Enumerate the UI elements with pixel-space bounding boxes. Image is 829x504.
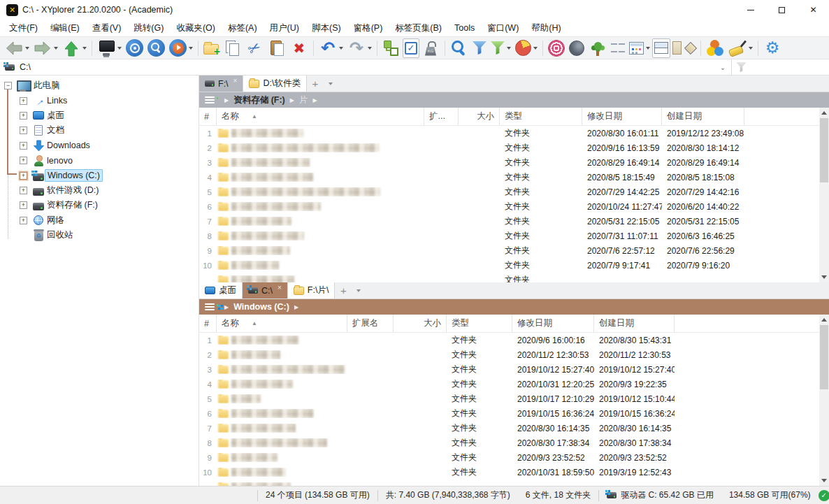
monitor-button[interactable] [95, 38, 124, 58]
diamond-button[interactable] [684, 38, 698, 58]
hotlist-circle-button[interactable] [124, 38, 145, 58]
tree-item-回收站[interactable]: 回收站 [0, 228, 199, 243]
tree-expander-icon[interactable]: + [20, 112, 27, 120]
tab-close-icon[interactable]: × [277, 282, 282, 291]
tree-item-Windows-C-[interactable]: +Windows (C:) [0, 168, 199, 182]
dropdown-arrow-icon[interactable] [507, 47, 511, 50]
dropdown-arrow-icon[interactable] [54, 47, 58, 50]
tab-D-软件类[interactable]: D:\软件类 [243, 75, 306, 92]
tree-item-Links[interactable]: +→Links [0, 93, 199, 108]
file-row[interactable]: 6文件夹2019/10/15 16:36:242019/10/15 16:36:… [199, 406, 829, 421]
address-dropdown-icon[interactable]: ⌄ [714, 64, 731, 71]
tree-view-button[interactable] [380, 38, 403, 58]
delete-button[interactable]: ✖ [288, 38, 310, 58]
tree-item-网络[interactable]: +网络 [0, 213, 199, 228]
menu-item-2[interactable]: 编辑(E) [44, 20, 86, 36]
column-header-5[interactable]: 类型 [447, 315, 512, 332]
dropdown-arrow-icon[interactable] [189, 47, 193, 50]
menu-icon[interactable] [205, 303, 215, 310]
tree-expander-icon[interactable]: + [20, 187, 27, 194]
tree-item-label[interactable]: lenovo [45, 155, 75, 166]
file-row[interactable]: 2文件夹2020/11/2 12:30:532020/11/2 12:30:53 [199, 347, 829, 362]
checkbox-button[interactable] [403, 38, 419, 58]
tree-item-label[interactable]: 此电脑 [31, 79, 62, 92]
maximize-button[interactable] [766, 0, 798, 20]
status-ok-icon[interactable]: ✓ [819, 490, 829, 501]
dropdown-arrow-icon[interactable] [25, 47, 29, 50]
column-header-3[interactable]: 扩... [424, 108, 459, 125]
tree-expander-icon[interactable]: − [4, 82, 12, 89]
tree-item-label[interactable]: 桌面 [45, 109, 66, 122]
tree-item-label[interactable]: Links [45, 95, 69, 106]
file-row[interactable] [199, 480, 829, 486]
file-row[interactable]: 2文件夹2020/9/16 16:13:592020/8/30 18:14:12 [199, 141, 829, 155]
file-row[interactable]: 8文件夹2020/8/30 17:38:342020/8/30 17:38:34 [199, 435, 829, 450]
menu-item-12[interactable]: 窗口(W) [481, 20, 525, 36]
gear-button[interactable]: ⚙ [761, 38, 784, 58]
filter-green-button[interactable] [489, 38, 513, 58]
tab-label[interactable]: F:\片\ [308, 285, 329, 296]
scroll-down-icon[interactable] [819, 475, 829, 486]
address-bar[interactable]: C:\ ⌄ [0, 59, 829, 75]
file-row[interactable]: 10文件夹2020/7/9 9:17:412020/7/9 9:16:20 [199, 258, 829, 273]
dropdown-arrow-icon[interactable] [339, 47, 343, 50]
scroll-up-icon[interactable] [819, 315, 829, 325]
breadcrumb-segment[interactable]: 资料存储 (F:) [233, 94, 285, 106]
column-header-3[interactable]: 扩展名 [347, 315, 394, 332]
scroll-track[interactable] [819, 118, 829, 272]
close-button[interactable]: ✕ [798, 0, 829, 20]
file-row[interactable]: 7文件夹2020/8/30 16:14:352020/8/30 16:14:35 [199, 421, 829, 435]
file-row[interactable]: 3文件夹2019/10/12 15:27:402019/10/12 15:27:… [199, 362, 829, 377]
tree-button[interactable] [586, 38, 609, 58]
menu-item-13[interactable]: 帮助(H) [525, 20, 567, 36]
tab-list-dropdown[interactable] [324, 75, 338, 92]
column-header-6[interactable]: 修改日期 [512, 315, 594, 332]
search-button[interactable] [448, 38, 470, 58]
tree-item-label[interactable]: 文档 [45, 124, 66, 137]
tree-expander-icon[interactable]: + [20, 142, 27, 150]
back-arrow-button[interactable] [3, 38, 31, 58]
redo-button[interactable]: ↷ [345, 38, 374, 58]
column-header-2[interactable]: 名称▲ [217, 315, 347, 332]
file-row[interactable]: 4文件夹2020/10/31 12:20:252020/9/3 19:22:35 [199, 377, 829, 391]
tree-item-软件游戏-D-[interactable]: +软件游戏 (D:) [0, 183, 199, 198]
dropdown-arrow-icon[interactable] [82, 47, 87, 50]
column-header-1[interactable]: # [199, 108, 217, 125]
menu-item-3[interactable]: 查看(V) [86, 20, 128, 36]
tree-item-桌面[interactable]: +桌面 [0, 108, 199, 123]
file-row[interactable]: 8文件夹2020/7/31 11:07:112020/6/3 16:46:25 [199, 229, 829, 243]
bottom_pane-vertical-scrollbar[interactable] [819, 315, 829, 486]
top_pane-vertical-scrollbar[interactable] [819, 108, 829, 282]
menu-item-4[interactable]: 跳转(G) [127, 20, 170, 36]
tree-expander-icon[interactable]: + [20, 201, 27, 209]
column-header-7[interactable]: 创建日期 [594, 315, 675, 332]
dropdown-arrow-icon[interactable] [646, 47, 650, 50]
panel-button[interactable] [670, 38, 684, 58]
scroll-down-icon[interactable] [819, 272, 829, 282]
tree-item-label[interactable]: 网络 [45, 214, 66, 227]
menu-item-6[interactable]: 标签(A) [222, 20, 264, 36]
tree-expander-icon[interactable]: + [20, 217, 27, 224]
tree-item-Downloads[interactable]: +Downloads [0, 138, 199, 153]
file-row[interactable]: 10文件夹2020/10/31 18:59:502019/3/19 12:52:… [199, 465, 829, 480]
menu-item-7[interactable]: 用户(U) [264, 20, 305, 36]
color-circles-button[interactable] [704, 38, 726, 58]
menu-item-8[interactable]: 脚本(S) [305, 20, 347, 36]
split-horizontal-button[interactable] [652, 38, 670, 58]
spiral-button[interactable] [546, 38, 567, 58]
breadcrumb-segment[interactable]: Windows (C:) [233, 302, 289, 312]
paste-button[interactable] [266, 38, 288, 58]
scroll-up-icon[interactable] [819, 108, 829, 118]
new-tab-button[interactable]: + [335, 282, 352, 298]
tab-桌面[interactable]: 桌面 [199, 282, 243, 298]
tree-expander-icon[interactable]: + [20, 172, 27, 180]
tab-close-icon[interactable]: × [233, 75, 238, 85]
file-row[interactable]: 1文件夹2020/9/6 16:00:162020/8/30 15:43:31 [199, 333, 829, 347]
cut-button[interactable]: ✂ [243, 38, 266, 58]
tree-expander-icon[interactable]: + [20, 97, 27, 105]
file-row[interactable]: 6文件夹2020/10/24 11:27:472020/6/20 14:40:2… [199, 199, 829, 214]
menu-item-5[interactable]: 收藏夹(O) [170, 20, 222, 36]
new-tab-button[interactable]: + [307, 75, 324, 92]
dropdown-arrow-icon[interactable] [749, 47, 753, 50]
up-arrow-button[interactable] [60, 38, 89, 58]
